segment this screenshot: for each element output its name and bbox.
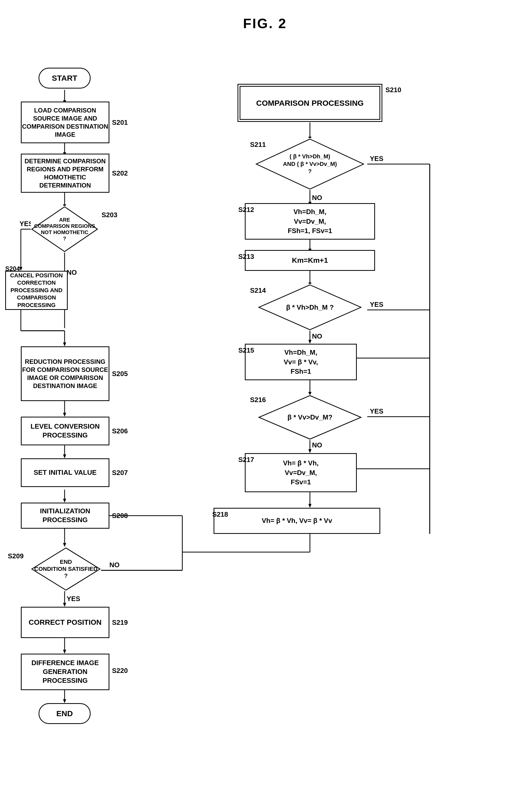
s203-label: S203 <box>102 211 117 219</box>
svg-text:NO: NO <box>312 441 322 449</box>
s216-diamond: β * Vv>Dv_M? <box>258 394 362 440</box>
svg-marker-26 <box>63 543 66 547</box>
s210-label: S210 <box>385 86 401 94</box>
svg-text:NO: NO <box>312 194 322 202</box>
s212-box: Vh=Dh_M, Vv=Dv_M, FSh=1, FSv=1 <box>245 203 375 240</box>
s203-diamond: ARECOMPARISON REGIONSNOT HOMOTHETIC? <box>31 206 98 252</box>
s209-diamond: ENDCONDITION SATISFIED? <box>31 547 101 591</box>
s211-diamond: ( β * Vh>Dh_M)AND ( β * Vv>Dv_M)? <box>255 138 364 190</box>
s220-box: DIFFERENCE IMAGE GENERATION PROCESSING <box>21 654 110 690</box>
s215-box: Vh=Dh_M, Vv= β * Vv, FSh=1 <box>245 344 357 380</box>
s207-box: SET INITIAL VALUE <box>21 458 110 487</box>
svg-text:NO: NO <box>67 269 77 276</box>
s215-label: S215 <box>238 346 254 354</box>
svg-text:YES: YES <box>370 407 383 415</box>
s208-box: INITIALIZATION PROCESSING <box>21 503 110 529</box>
s206-box: LEVEL CONVERSION PROCESSING <box>21 417 110 445</box>
s206-label: S206 <box>112 427 128 435</box>
s205-box: REDUCTION PROCESSING FOR COMPARISON SOUR… <box>21 346 110 401</box>
svg-marker-52 <box>309 340 312 344</box>
s219-label: S219 <box>112 619 128 627</box>
s207-label: S207 <box>112 469 128 477</box>
svg-marker-33 <box>63 650 66 654</box>
figure-title: FIG. 2 <box>0 0 530 42</box>
s205-label: S205 <box>112 370 128 378</box>
start-node: START <box>39 68 91 89</box>
svg-marker-59 <box>309 449 312 453</box>
s209-label: S209 <box>8 552 24 560</box>
svg-marker-22 <box>63 454 66 458</box>
svg-text:NO: NO <box>110 561 119 569</box>
s213-label: S213 <box>238 252 254 261</box>
s204-box: CANCEL POSITION CORRECTION PROCESSING AN… <box>5 271 68 310</box>
svg-text:YES: YES <box>370 155 383 162</box>
s210-box: COMPARISON PROCESSING <box>240 86 380 120</box>
s220-label: S220 <box>112 667 128 675</box>
s216-label: S216 <box>250 396 266 404</box>
svg-marker-24 <box>63 499 66 503</box>
svg-text:YES: YES <box>67 595 80 603</box>
s214-diamond: β * Vh>Dh_M ? <box>258 284 362 331</box>
s213-box: Km=Km+1 <box>245 250 375 271</box>
s202-box: DETERMINE COMPARISON REGIONS AND PERFORM… <box>21 154 110 193</box>
s214-label: S214 <box>250 287 266 294</box>
svg-marker-62 <box>309 504 312 508</box>
s201-box: LOAD COMPARISON SOURCE IMAGE AND COMPARI… <box>21 102 110 143</box>
svg-text:NO: NO <box>312 332 322 340</box>
s218-label: S218 <box>212 510 228 519</box>
svg-marker-35 <box>63 699 66 703</box>
end-node: END <box>39 703 91 724</box>
svg-text:YES: YES <box>370 301 383 308</box>
svg-marker-30 <box>63 603 66 607</box>
s202-label: S202 <box>112 169 128 177</box>
flowchart: YES NO <box>0 42 530 812</box>
s219-box: CORRECT POSITION <box>21 607 110 638</box>
s218-box: Vh= β * Vh, Vv= β * Vv <box>214 508 380 534</box>
s217-box: Vh= β * Vh, Vv=Dv_M, FSv=1 <box>245 453 357 492</box>
svg-marker-20 <box>63 413 66 417</box>
s204-label: S204 <box>5 265 20 272</box>
s217-label: S217 <box>238 456 254 464</box>
s212-label: S212 <box>238 206 254 214</box>
s208-label: S208 <box>112 512 128 520</box>
s211-label: S211 <box>250 141 266 149</box>
svg-marker-18 <box>63 343 66 346</box>
s201-label: S201 <box>112 118 128 127</box>
